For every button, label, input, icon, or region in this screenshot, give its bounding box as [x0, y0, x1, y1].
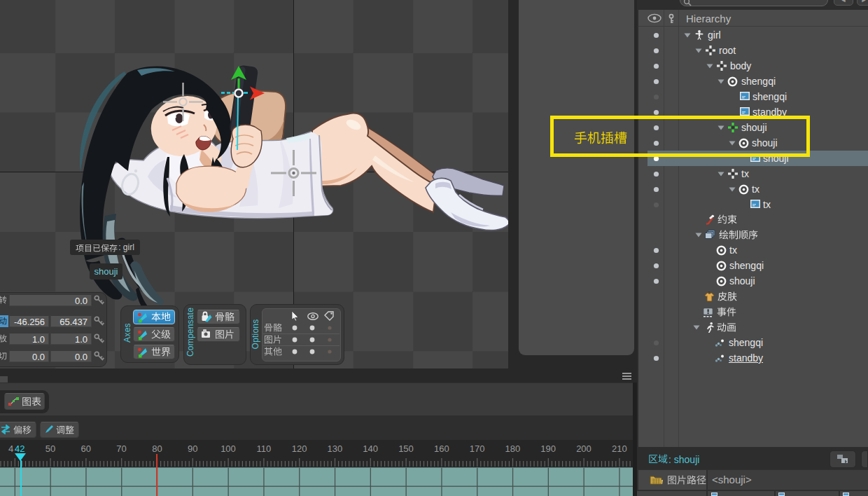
svg-text:?: ? — [708, 291, 710, 295]
